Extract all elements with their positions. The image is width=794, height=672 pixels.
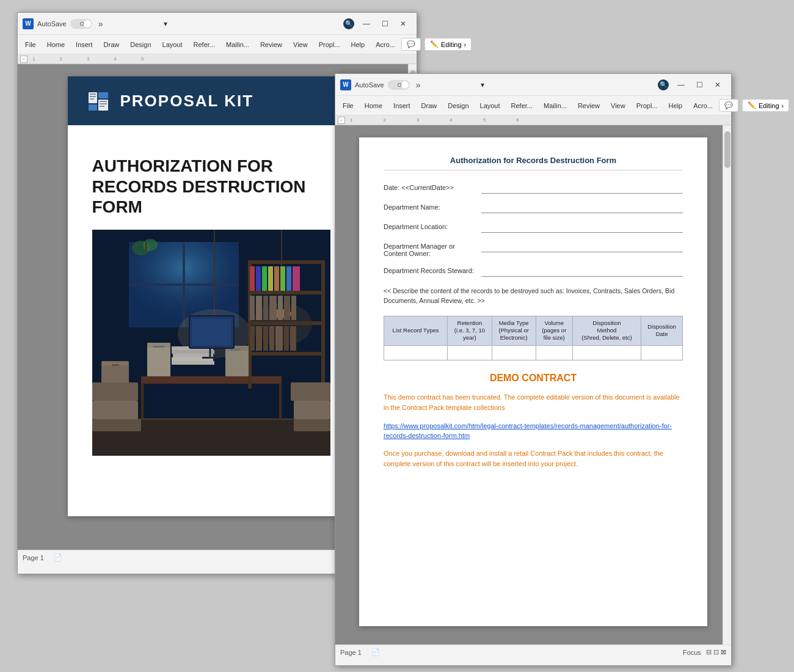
form-description: << Describe the content of the records t…	[384, 287, 683, 306]
view-icons-2: ⊟ ⊡ ⊠	[706, 648, 726, 656]
menu-prop-1[interactable]: Propl...	[314, 38, 345, 51]
field-line-date	[481, 183, 683, 194]
table-header-row: List Record Types Retention(i.e. 3, 7, 1…	[384, 316, 683, 345]
menu-help-2[interactable]: Help	[664, 100, 688, 112]
editing-btn-1[interactable]: ✏️ Editing ›	[424, 38, 472, 51]
menu-home-1[interactable]: Home	[42, 38, 70, 51]
page-label-2: Page 1	[340, 649, 362, 656]
minimize-btn-1[interactable]: —	[358, 17, 375, 31]
menu-insert-2[interactable]: Insert	[388, 100, 415, 112]
ruler-tab-2: ⌐	[338, 117, 345, 124]
toggle-knob-1	[84, 20, 91, 27]
status-right-2: Focus ⊟ ⊡ ⊠	[683, 648, 726, 656]
pencil-icon-1: ✏️	[430, 40, 439, 48]
demo-text-1: This demo contract has been truncated. T…	[384, 392, 683, 414]
menu-ref-2[interactable]: Refer...	[506, 100, 537, 112]
menu-insert-1[interactable]: Insert	[71, 38, 98, 51]
window-controls-2: — ☐ ✕	[672, 78, 726, 92]
menu-view-2[interactable]: View	[606, 100, 630, 112]
menu-help-1[interactable]: Help	[346, 38, 370, 51]
menu-layout-1[interactable]: Layout	[158, 38, 188, 51]
word-logo-2: W	[340, 79, 351, 90]
menu-bar-2: File Home Insert Draw Design Layout Refe…	[335, 96, 731, 115]
col-disposition-date: DispositionDate	[641, 316, 682, 345]
cell-empty-6	[641, 345, 682, 360]
menu-file-2[interactable]: File	[338, 100, 359, 112]
scroll-thumb-2	[724, 131, 730, 168]
cell-empty-4	[536, 345, 572, 360]
records-table: List Record Types Retention(i.e. 3, 7, 1…	[384, 316, 683, 360]
cell-empty-3	[492, 345, 536, 360]
autosave-toggle-2[interactable]: Off	[388, 80, 410, 90]
autosave-label-2: AutoSave	[355, 81, 384, 89]
menu-mail-2[interactable]: Mailin...	[539, 100, 572, 112]
menu-view-1[interactable]: View	[288, 38, 313, 51]
col-volume: Volume(pages orfile size)	[536, 316, 572, 345]
more-btn-1[interactable]: »	[96, 19, 106, 29]
menu-review-2[interactable]: Review	[573, 100, 605, 112]
doc-page-1: PROPOSAL KIT AUTHORIZATION FOR RECORDS D…	[68, 76, 367, 516]
field-label-dept-location: Department Location:	[384, 222, 475, 230]
editing-label-1: Editing	[441, 41, 462, 48]
cover-header: PROPOSAL KIT	[68, 76, 367, 125]
maximize-btn-1[interactable]: ☐	[376, 17, 393, 31]
field-line-dept-name	[481, 202, 683, 213]
menu-file-1[interactable]: File	[20, 38, 41, 51]
search-icon-2[interactable]: 🔍	[658, 79, 669, 90]
menu-ref-1[interactable]: Refer...	[189, 38, 220, 51]
svg-rect-7	[90, 98, 94, 100]
maximize-btn-2[interactable]: ☐	[691, 78, 708, 92]
window1-title: ▾	[109, 20, 223, 28]
menu-acrobat-2[interactable]: Acro...	[688, 100, 718, 112]
pencil-icon-2: ✏️	[748, 101, 756, 109]
menu-home-2[interactable]: Home	[360, 100, 387, 112]
minimize-btn-2[interactable]: —	[672, 78, 690, 92]
comment-icon-1: 💬	[407, 40, 415, 48]
col-media-type: Media Type(Physical orElectronic)	[492, 316, 536, 345]
svg-rect-10	[100, 106, 104, 107]
col-record-types: List Record Types	[384, 316, 448, 345]
menu-acrobat-1[interactable]: Acro...	[371, 38, 400, 51]
more-btn-2[interactable]: »	[413, 80, 423, 90]
menu-prop-2[interactable]: Propl...	[632, 100, 663, 112]
menu-design-2[interactable]: Design	[443, 100, 473, 112]
autosave-label-1: AutoSave	[37, 20, 67, 27]
menu-draw-1[interactable]: Draw	[99, 38, 125, 51]
col-retention: Retention(i.e. 3, 7, 10year)	[448, 316, 492, 345]
toggle-knob-2	[401, 81, 409, 89]
doc-area-2: Authorization for Records Destruction Fo…	[335, 125, 731, 645]
scrollbar-2[interactable]	[723, 125, 731, 645]
menu-draw-2[interactable]: Draw	[417, 100, 442, 112]
menu-review-1[interactable]: Review	[255, 38, 287, 51]
doc-page-2: Authorization for Records Destruction Fo…	[359, 137, 707, 626]
brand-name: PROPOSAL KIT	[120, 92, 254, 111]
close-btn-2[interactable]: ✕	[709, 78, 726, 92]
svg-rect-5	[90, 93, 96, 95]
menu-layout-2[interactable]: Layout	[475, 100, 505, 112]
comment-btn-2[interactable]: 💬	[719, 99, 738, 112]
field-line-dept-location	[481, 222, 683, 233]
word-window-2: W AutoSave Off » ▾ 🔍 — ☐ ✕ File Home Ins…	[335, 73, 732, 666]
form-title: Authorization for Records Destruction Fo…	[384, 156, 683, 170]
word-logo-1: W	[23, 18, 34, 29]
ruler-tab-1: ⌐	[20, 56, 27, 63]
menu-design-1[interactable]: Design	[125, 38, 156, 51]
editing-btn-2[interactable]: ✏️ Editing ›	[742, 99, 789, 112]
comment-icon-2: 💬	[724, 101, 733, 109]
cell-empty-1	[384, 345, 448, 360]
cover-image-svg	[92, 230, 330, 456]
pk-logo-icon	[86, 89, 111, 113]
demo-link[interactable]: https://www.proposalkit.com/htm/legal-co…	[384, 421, 683, 441]
search-icon-1[interactable]: 🔍	[343, 18, 354, 29]
chevron-icon-1: ›	[464, 41, 467, 48]
chevron-icon-2: ›	[782, 102, 784, 109]
menu-right-2: 💬 ✏️ Editing ›	[719, 99, 789, 112]
menu-mail-1[interactable]: Mailin...	[221, 38, 254, 51]
form-field-dept-name: Department Name:	[384, 202, 683, 213]
menu-right-1: 💬 ✏️ Editing ›	[401, 38, 472, 51]
close-btn-1[interactable]: ✕	[395, 17, 412, 31]
svg-rect-9	[100, 103, 107, 104]
comment-btn-1[interactable]: 💬	[401, 38, 421, 51]
col-disposition-method: DispositionMethod(Shred, Delete, etc)	[572, 316, 641, 345]
autosave-toggle-1[interactable]: Off	[70, 19, 92, 29]
